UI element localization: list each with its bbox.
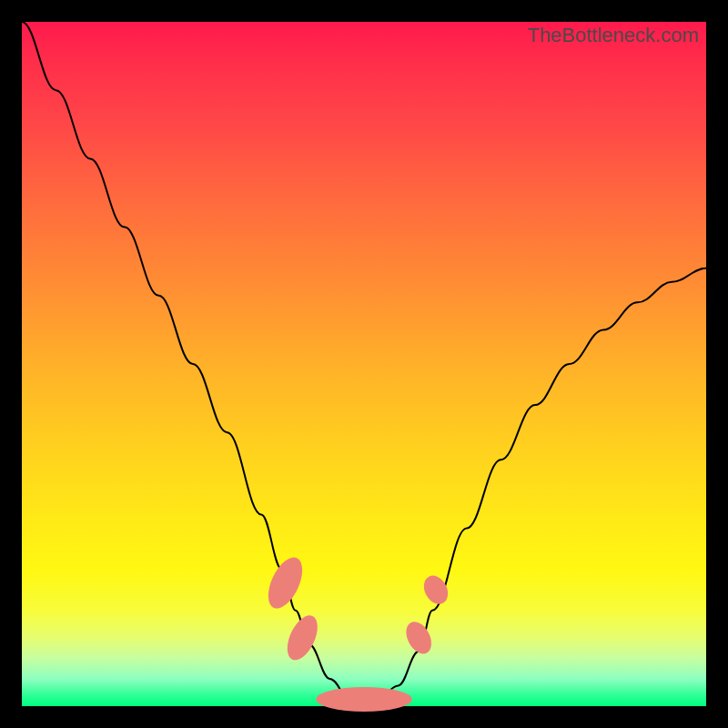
right-blob-lower [401, 618, 437, 658]
bottleneck-curve [22, 22, 706, 706]
marker-group [261, 552, 452, 712]
left-blob-upper [261, 552, 309, 613]
bottom-blob [316, 687, 411, 712]
chart-plot-area: TheBottleneck.com [22, 22, 706, 706]
curve-layer [22, 22, 706, 706]
chart-frame: TheBottleneck.com [0, 0, 728, 728]
